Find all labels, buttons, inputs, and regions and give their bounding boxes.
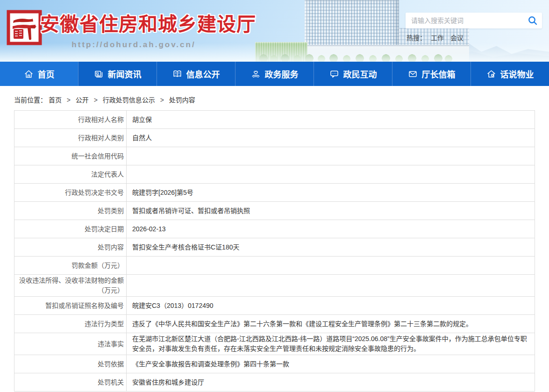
row-value (127, 147, 535, 165)
table-row: 处罚类别 暂扣或者吊销许可证、暂扣或者吊销执照 (14, 202, 535, 220)
row-value: 胡立保 (127, 111, 535, 129)
row-value: 皖建罚字[2026]第5号 (127, 184, 535, 202)
chat-icon (329, 69, 339, 79)
nav-item-label: 政民互动 (343, 68, 377, 80)
row-label: 没收违法所得、没收非法财物的金额（万元） (14, 275, 127, 297)
row-label: 法定代表人 (14, 165, 127, 184)
site-title: 安徽省住房和城乡建设厅 (40, 8, 227, 36)
penalty-detail-table: 行政相对人名称 胡立保 行政相对人类别 自然人 统一社会信用代码 法定代表人 行… (14, 110, 535, 392)
row-label: 违法行为类型 (14, 315, 127, 333)
table-row: 违法事实 在芜湖市江北新区楚江大道（合肥路-江北西路及江北西路-纬一路）道路项目… (14, 333, 535, 355)
hot-search-item[interactable]: 会议 (450, 34, 463, 42)
row-value: 安徽省住房和城乡建设厅 (127, 373, 535, 392)
site-header: 安徽省住房和城乡建设厅 http://dohurd.ah.gov.cn/ 热搜：… (0, 0, 549, 62)
nav-item-news[interactable]: 新闻资讯 (78, 62, 157, 86)
row-value: 违反了《中华人民共和国安全生产法》第二十六条第一款和《建设工程安全生产管理条例》… (127, 315, 535, 333)
row-value: 暂扣安全生产考核合格证书C证180天 (127, 238, 535, 257)
main-nav: 首页 新闻资讯 信息公开 政务服务 (0, 62, 549, 86)
breadcrumb-item-current[interactable]: 处罚内容 (169, 96, 195, 104)
search-icon[interactable] (528, 15, 538, 26)
nav-item-property[interactable]: 话说物业 (471, 62, 549, 86)
row-label: 行政相对人名称 (14, 111, 127, 129)
nav-item-info[interactable]: 信息公开 (157, 62, 235, 86)
table-row: 没收违法所得、没收非法财物的金额（万元） (14, 275, 535, 297)
row-value: 《生产安全事故报告和调查处理条例》第四十条第一款 (127, 355, 535, 373)
nav-item-services[interactable]: 政务服务 (235, 62, 314, 86)
row-label: 统一社会信用代码 (14, 147, 127, 165)
site-url: http://dohurd.ah.gov.cn/ (40, 40, 227, 50)
news-icon (94, 69, 104, 79)
row-value: 自然人 (127, 129, 535, 147)
table-row: 违法行为类型 违反了《中华人民共和国安全生产法》第二十六条第一款和《建设工程安全… (14, 315, 535, 333)
nav-item-label: 话说物业 (500, 68, 534, 80)
service-hands-icon (251, 69, 261, 79)
row-value: 皖建安C3（2013）0172490 (127, 297, 535, 315)
breadcrumb-item-home[interactable]: 首页 (49, 96, 62, 104)
table-row: 行政相对人类别 自然人 (14, 129, 535, 147)
row-value (127, 257, 535, 275)
home-icon (24, 69, 34, 79)
hot-search: 热搜：工作会议 (406, 33, 542, 42)
hot-search-label: 热搜： (406, 34, 426, 42)
row-label: 处罚类别 (14, 202, 127, 220)
nav-item-label: 首页 (38, 68, 55, 80)
brand-block: 安徽省住房和城乡建设厅 http://dohurd.ah.gov.cn/ (40, 8, 227, 50)
table-row: 暂扣或吊销证照名称及编号 皖建安C3（2013）0172490 (14, 297, 535, 315)
row-label: 罚款金额（万元） (14, 257, 127, 275)
row-value (127, 165, 535, 184)
row-label: 暂扣或吊销证照名称及编号 (14, 297, 127, 315)
row-label: 处罚决定日期 (14, 220, 127, 238)
hot-search-item[interactable]: 工作 (431, 34, 444, 42)
breadcrumb-item-public[interactable]: 公开 (76, 96, 89, 104)
table-row: 处罚内容 暂扣安全生产考核合格证书C证180天 (14, 238, 535, 257)
row-label: 行政处罚决定书文号 (14, 184, 127, 202)
house-gear-icon (486, 69, 496, 79)
search-box (406, 13, 542, 29)
row-label: 处罚内容 (14, 238, 127, 257)
search-input[interactable] (406, 13, 542, 29)
breadcrumb-separator: > (67, 96, 71, 104)
breadcrumb-item-penalty-list[interactable]: 行政处罚信息公示 (103, 96, 155, 104)
breadcrumb: 当前位置： 首页 > 公开 > 行政处罚信息公示 > 处罚内容 (0, 86, 549, 109)
table-row: 处罚机关 安徽省住房和城乡建设厅 (14, 373, 535, 392)
table-row: 处罚依据 《生产安全事故报告和调查处理条例》第四十条第一款 (14, 355, 535, 373)
table-row: 罚款金额（万元） (14, 257, 535, 275)
mailbox-icon (408, 69, 418, 79)
table-row: 行政相对人名称 胡立保 (14, 111, 535, 129)
nav-item-label: 政务服务 (265, 68, 299, 80)
nav-item-mailbox[interactable]: 厅长信箱 (392, 62, 471, 86)
row-label: 处罚机关 (14, 373, 127, 392)
row-value: 暂扣或者吊销许可证、暂扣或者吊销执照 (127, 202, 535, 220)
table-row: 处罚决定日期 2026-02-13 (14, 220, 535, 238)
row-value: 在芜湖市江北新区楚江大道（合肥路-江北西路及江北西路-纬一路）道路项目“2025… (127, 333, 535, 355)
site-logo-seal-icon[interactable] (7, 9, 42, 46)
nav-item-home[interactable]: 首页 (0, 62, 78, 86)
row-label: 处罚依据 (14, 355, 127, 373)
info-book-icon (172, 69, 182, 79)
breadcrumb-separator: > (94, 96, 98, 104)
search-area: 热搜：工作会议 (406, 13, 542, 42)
nav-item-label: 新闻资讯 (108, 68, 142, 80)
nav-item-label: 信息公开 (186, 68, 220, 80)
row-value: 2026-02-13 (127, 220, 535, 238)
breadcrumb-label: 当前位置： (14, 96, 47, 104)
table-row: 统一社会信用代码 (14, 147, 535, 165)
breadcrumb-separator: > (160, 96, 164, 104)
row-label: 行政相对人类别 (14, 129, 127, 147)
table-row: 行政处罚决定书文号 皖建罚字[2026]第5号 (14, 184, 535, 202)
nav-item-label: 厅长信箱 (422, 68, 456, 80)
row-label: 违法事实 (14, 333, 127, 355)
nav-item-interaction[interactable]: 政民互动 (314, 62, 392, 86)
row-value (127, 275, 535, 297)
table-row: 法定代表人 (14, 165, 535, 184)
